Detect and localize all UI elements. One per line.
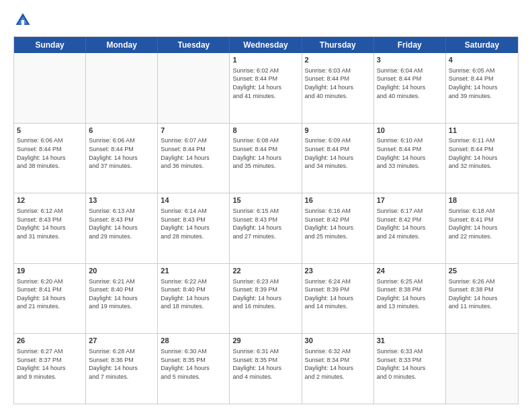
cell-info: Sunrise: 6:07 AM Sunset: 8:44 PM Dayligh… bbox=[161, 136, 226, 170]
cal-cell: 15Sunrise: 6:15 AM Sunset: 8:43 PM Dayli… bbox=[230, 193, 302, 263]
week-row-4: 26Sunrise: 6:27 AM Sunset: 8:37 PM Dayli… bbox=[14, 334, 518, 404]
cell-day-number: 3 bbox=[377, 55, 443, 65]
cal-cell: 19Sunrise: 6:20 AM Sunset: 8:41 PM Dayli… bbox=[14, 264, 86, 334]
cal-cell: 10Sunrise: 6:10 AM Sunset: 8:44 PM Dayli… bbox=[374, 124, 446, 193]
cell-info: Sunrise: 6:22 AM Sunset: 8:40 PM Dayligh… bbox=[161, 277, 226, 311]
cal-cell: 3Sunrise: 6:04 AM Sunset: 8:44 PM Daylig… bbox=[374, 53, 446, 123]
cal-cell: 25Sunrise: 6:26 AM Sunset: 8:38 PM Dayli… bbox=[446, 264, 518, 334]
cell-info: Sunrise: 6:25 AM Sunset: 8:38 PM Dayligh… bbox=[377, 277, 443, 311]
cell-day-number: 16 bbox=[305, 195, 371, 205]
cal-cell: 2Sunrise: 6:03 AM Sunset: 8:44 PM Daylig… bbox=[302, 53, 374, 123]
cell-day-number: 15 bbox=[232, 195, 298, 205]
cell-day-number: 21 bbox=[161, 266, 226, 276]
cell-day-number: 26 bbox=[17, 336, 83, 346]
cal-cell: 21Sunrise: 6:22 AM Sunset: 8:40 PM Dayli… bbox=[158, 264, 230, 334]
cell-info: Sunrise: 6:13 AM Sunset: 8:43 PM Dayligh… bbox=[89, 207, 154, 240]
cell-day-number: 18 bbox=[449, 195, 515, 205]
cell-info: Sunrise: 6:31 AM Sunset: 8:35 PM Dayligh… bbox=[232, 347, 298, 381]
cell-day-number: 17 bbox=[377, 195, 443, 205]
cal-cell: 7Sunrise: 6:07 AM Sunset: 8:44 PM Daylig… bbox=[158, 124, 230, 193]
cell-day-number: 1 bbox=[232, 55, 298, 65]
cal-cell: 29Sunrise: 6:31 AM Sunset: 8:35 PM Dayli… bbox=[230, 334, 302, 404]
cell-info: Sunrise: 6:32 AM Sunset: 8:34 PM Dayligh… bbox=[305, 347, 371, 381]
cal-cell: 27Sunrise: 6:28 AM Sunset: 8:36 PM Dayli… bbox=[86, 334, 158, 404]
header-day-tuesday: Tuesday bbox=[158, 37, 230, 53]
header bbox=[13, 11, 519, 30]
cell-day-number: 4 bbox=[449, 55, 515, 65]
cell-day-number: 23 bbox=[305, 266, 371, 276]
week-row-1: 5Sunrise: 6:06 AM Sunset: 8:44 PM Daylig… bbox=[14, 124, 518, 194]
cal-cell: 17Sunrise: 6:17 AM Sunset: 8:42 PM Dayli… bbox=[374, 193, 446, 263]
cal-cell: 14Sunrise: 6:14 AM Sunset: 8:43 PM Dayli… bbox=[158, 193, 230, 263]
calendar: SundayMondayTuesdayWednesdayThursdayFrid… bbox=[13, 36, 519, 404]
cell-day-number: 24 bbox=[377, 266, 443, 276]
cal-cell: 12Sunrise: 6:12 AM Sunset: 8:43 PM Dayli… bbox=[14, 193, 86, 263]
cal-cell: 4Sunrise: 6:05 AM Sunset: 8:44 PM Daylig… bbox=[446, 53, 518, 123]
cal-cell: 28Sunrise: 6:30 AM Sunset: 8:35 PM Dayli… bbox=[158, 334, 230, 404]
cal-cell: 5Sunrise: 6:06 AM Sunset: 8:44 PM Daylig… bbox=[14, 124, 86, 193]
cell-info: Sunrise: 6:23 AM Sunset: 8:39 PM Dayligh… bbox=[232, 277, 298, 311]
cell-info: Sunrise: 6:03 AM Sunset: 8:44 PM Dayligh… bbox=[305, 66, 371, 100]
cell-info: Sunrise: 6:33 AM Sunset: 8:33 PM Dayligh… bbox=[377, 347, 443, 381]
cal-cell bbox=[14, 53, 86, 123]
cell-day-number: 31 bbox=[377, 336, 443, 346]
cell-info: Sunrise: 6:09 AM Sunset: 8:44 PM Dayligh… bbox=[305, 136, 371, 170]
cal-cell: 16Sunrise: 6:16 AM Sunset: 8:42 PM Dayli… bbox=[302, 193, 374, 263]
calendar-header: SundayMondayTuesdayWednesdayThursdayFrid… bbox=[14, 37, 518, 53]
cell-day-number: 19 bbox=[17, 266, 83, 276]
cell-day-number: 12 bbox=[17, 195, 83, 205]
cell-info: Sunrise: 6:30 AM Sunset: 8:35 PM Dayligh… bbox=[161, 347, 226, 381]
week-row-2: 12Sunrise: 6:12 AM Sunset: 8:43 PM Dayli… bbox=[14, 193, 518, 264]
cell-info: Sunrise: 6:17 AM Sunset: 8:42 PM Dayligh… bbox=[377, 207, 443, 240]
svg-rect-2 bbox=[21, 20, 24, 25]
calendar-body: 1Sunrise: 6:02 AM Sunset: 8:44 PM Daylig… bbox=[14, 53, 518, 404]
cal-cell: 22Sunrise: 6:23 AM Sunset: 8:39 PM Dayli… bbox=[230, 264, 302, 334]
cell-day-number: 20 bbox=[89, 266, 154, 276]
header-day-friday: Friday bbox=[374, 37, 446, 53]
cell-info: Sunrise: 6:02 AM Sunset: 8:44 PM Dayligh… bbox=[232, 66, 298, 100]
cell-info: Sunrise: 6:24 AM Sunset: 8:39 PM Dayligh… bbox=[305, 277, 371, 311]
cell-info: Sunrise: 6:11 AM Sunset: 8:44 PM Dayligh… bbox=[449, 136, 515, 170]
cell-info: Sunrise: 6:06 AM Sunset: 8:44 PM Dayligh… bbox=[89, 136, 154, 170]
week-row-0: 1Sunrise: 6:02 AM Sunset: 8:44 PM Daylig… bbox=[14, 53, 518, 124]
cell-day-number: 25 bbox=[449, 266, 515, 276]
cell-info: Sunrise: 6:20 AM Sunset: 8:41 PM Dayligh… bbox=[17, 277, 83, 311]
cal-cell: 11Sunrise: 6:11 AM Sunset: 8:44 PM Dayli… bbox=[446, 124, 518, 193]
cal-cell bbox=[446, 334, 518, 404]
cell-day-number: 6 bbox=[89, 126, 154, 136]
cell-info: Sunrise: 6:06 AM Sunset: 8:44 PM Dayligh… bbox=[17, 136, 83, 170]
cell-info: Sunrise: 6:21 AM Sunset: 8:40 PM Dayligh… bbox=[89, 277, 154, 311]
header-day-thursday: Thursday bbox=[302, 37, 374, 53]
cell-info: Sunrise: 6:27 AM Sunset: 8:37 PM Dayligh… bbox=[17, 347, 83, 381]
cell-info: Sunrise: 6:10 AM Sunset: 8:44 PM Dayligh… bbox=[377, 136, 443, 170]
cell-day-number: 27 bbox=[89, 336, 154, 346]
cell-info: Sunrise: 6:28 AM Sunset: 8:36 PM Dayligh… bbox=[89, 347, 154, 381]
cell-day-number: 9 bbox=[305, 126, 371, 136]
cell-day-number: 8 bbox=[232, 126, 298, 136]
cell-info: Sunrise: 6:05 AM Sunset: 8:44 PM Dayligh… bbox=[449, 66, 515, 100]
cal-cell: 24Sunrise: 6:25 AM Sunset: 8:38 PM Dayli… bbox=[374, 264, 446, 334]
cal-cell: 26Sunrise: 6:27 AM Sunset: 8:37 PM Dayli… bbox=[14, 334, 86, 404]
logo bbox=[13, 11, 35, 30]
cal-cell: 31Sunrise: 6:33 AM Sunset: 8:33 PM Dayli… bbox=[374, 334, 446, 404]
cell-info: Sunrise: 6:12 AM Sunset: 8:43 PM Dayligh… bbox=[17, 207, 83, 240]
cal-cell: 1Sunrise: 6:02 AM Sunset: 8:44 PM Daylig… bbox=[230, 53, 302, 123]
cell-day-number: 22 bbox=[232, 266, 298, 276]
cell-info: Sunrise: 6:04 AM Sunset: 8:44 PM Dayligh… bbox=[377, 66, 443, 100]
cell-info: Sunrise: 6:14 AM Sunset: 8:43 PM Dayligh… bbox=[161, 207, 226, 240]
cell-day-number: 2 bbox=[305, 55, 371, 65]
page: SundayMondayTuesdayWednesdayThursdayFrid… bbox=[0, 0, 532, 411]
cal-cell bbox=[86, 53, 158, 123]
cal-cell: 13Sunrise: 6:13 AM Sunset: 8:43 PM Dayli… bbox=[86, 193, 158, 263]
cell-day-number: 7 bbox=[161, 126, 226, 136]
header-day-saturday: Saturday bbox=[446, 37, 518, 53]
cell-day-number: 30 bbox=[305, 336, 371, 346]
cell-info: Sunrise: 6:16 AM Sunset: 8:42 PM Dayligh… bbox=[305, 207, 371, 240]
cal-cell: 6Sunrise: 6:06 AM Sunset: 8:44 PM Daylig… bbox=[86, 124, 158, 193]
cell-day-number: 14 bbox=[161, 195, 226, 205]
logo-icon bbox=[13, 11, 32, 30]
cell-info: Sunrise: 6:15 AM Sunset: 8:43 PM Dayligh… bbox=[232, 207, 298, 240]
cell-day-number: 13 bbox=[89, 195, 154, 205]
header-day-wednesday: Wednesday bbox=[230, 37, 302, 53]
cell-info: Sunrise: 6:26 AM Sunset: 8:38 PM Dayligh… bbox=[449, 277, 515, 311]
